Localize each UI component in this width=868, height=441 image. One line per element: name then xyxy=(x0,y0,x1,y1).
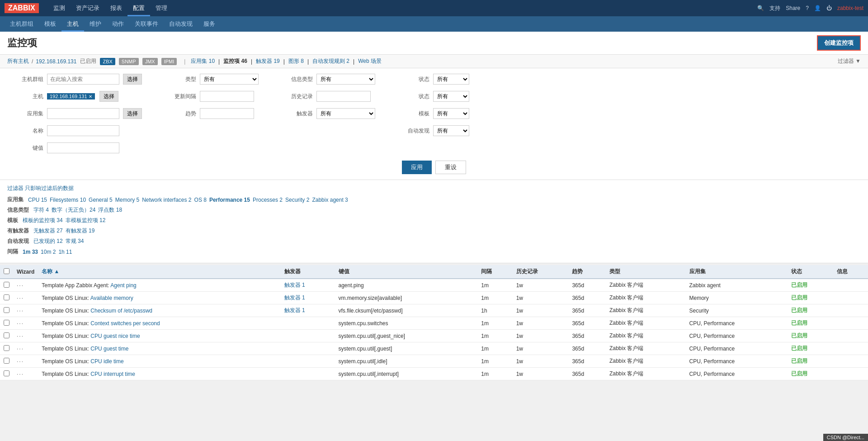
tab-items[interactable]: 监控项 46 xyxy=(223,57,247,65)
reset-button[interactable]: 重设 xyxy=(435,161,466,174)
row-checkbox-1[interactable] xyxy=(4,294,9,300)
filter-key-input[interactable] xyxy=(47,142,119,153)
help-icon[interactable]: ? xyxy=(806,5,809,11)
stats-interval-1m[interactable]: 1m 33 xyxy=(23,249,38,255)
nav-hosts[interactable]: 主机 xyxy=(61,16,84,32)
row-trigger-link-1[interactable]: 触发器 1 xyxy=(284,294,305,301)
tag-ipmi[interactable]: IPMI xyxy=(161,58,177,65)
filter-appset-choose[interactable]: 选择 xyxy=(123,108,142,119)
stats-appset-general[interactable]: General 5 xyxy=(89,197,113,203)
stats-discovered[interactable]: 已发现的 12 xyxy=(33,237,63,245)
wizard-dots-0[interactable]: ··· xyxy=(17,282,24,289)
filter-appset-input[interactable] xyxy=(47,108,119,119)
filter-hostgroup-choose[interactable]: 选择 xyxy=(123,74,142,85)
tag-zbx[interactable]: ZBX xyxy=(100,58,115,65)
filter-trigger-select[interactable]: 所有 xyxy=(316,108,375,119)
stats-appset-netif[interactable]: Network interfaces 2 xyxy=(142,197,191,203)
wizard-dots-1[interactable]: ··· xyxy=(17,295,24,301)
stats-interval-10m[interactable]: 10m 2 xyxy=(41,249,56,255)
breadcrumb-host-ip[interactable]: 192.168.169.131 xyxy=(36,58,76,65)
nav-actions[interactable]: 动作 xyxy=(107,16,129,32)
wizard-dots-4[interactable]: ··· xyxy=(17,333,24,339)
create-item-button[interactable]: 创建监控项 xyxy=(817,35,861,51)
row-checkbox-3[interactable] xyxy=(4,320,9,326)
filter-autodiscover-select[interactable]: 所有 xyxy=(433,125,469,136)
row-name-link-5[interactable]: CPU guest time xyxy=(90,346,128,352)
power-icon[interactable]: ⏻ xyxy=(826,5,832,11)
filter-host-choose[interactable]: 选择 xyxy=(99,91,118,102)
search-icon[interactable]: 🔍 xyxy=(757,5,764,11)
select-all-checkbox[interactable] xyxy=(4,268,9,274)
stats-normal[interactable]: 常规 34 xyxy=(66,237,84,245)
wizard-dots-5[interactable]: ··· xyxy=(17,346,24,352)
filter-name-input[interactable] xyxy=(47,125,119,136)
stats-appset-memory[interactable]: Memory 5 xyxy=(115,197,139,203)
filter-status2-select[interactable]: 所有 xyxy=(433,91,469,102)
filter-status1-select[interactable]: 所有 xyxy=(433,74,469,85)
nav-monitor[interactable]: 监测 xyxy=(48,0,71,16)
row-checkbox-4[interactable] xyxy=(4,332,9,338)
tag-snmp[interactable]: SNMP xyxy=(119,58,139,65)
row-checkbox-5[interactable] xyxy=(4,345,9,351)
tab-graphs[interactable]: 图形 8 xyxy=(288,57,304,65)
nav-maintenance[interactable]: 维护 xyxy=(84,16,107,32)
breadcrumb-all-hosts[interactable]: 所有主机 xyxy=(7,57,29,65)
wizard-dots-2[interactable]: ··· xyxy=(17,308,24,314)
nav-event-corr[interactable]: 关联事件 xyxy=(129,16,164,32)
wizard-dots-6[interactable]: ··· xyxy=(17,358,24,365)
nav-report[interactable]: 报表 xyxy=(105,0,127,16)
host-tag-remove[interactable]: ✕ xyxy=(89,94,92,99)
stats-appset-zabbixagent[interactable]: Zabbix agent 3 xyxy=(312,197,348,203)
support-link[interactable]: 支持 xyxy=(769,5,780,12)
filter-type-select[interactable]: 所有 xyxy=(200,74,259,85)
tab-triggers[interactable]: 触发器 19 xyxy=(256,57,280,65)
user-icon[interactable]: 👤 xyxy=(814,5,821,11)
filter-history-input[interactable] xyxy=(316,91,371,102)
row-checkbox-6[interactable] xyxy=(4,358,9,364)
stats-no-trigger[interactable]: 无触发器 27 xyxy=(33,227,63,235)
filter-icon[interactable]: 过滤器 ▼ xyxy=(838,57,861,65)
filter-template-select[interactable]: 所有 xyxy=(433,108,469,119)
nav-config[interactable]: 配置 xyxy=(127,0,150,16)
row-name-link-7[interactable]: CPU interrupt time xyxy=(90,371,135,377)
stats-infotype-char[interactable]: 字符 4 xyxy=(33,206,49,214)
stats-has-trigger[interactable]: 有触发器 19 xyxy=(66,227,95,235)
row-name-link-1[interactable]: Available memory xyxy=(90,295,133,301)
stats-appset-perf[interactable]: Performance 15 xyxy=(209,197,250,203)
stats-infotype-float[interactable]: 浮点数 18 xyxy=(98,206,122,214)
filter-infotype-select[interactable]: 所有 xyxy=(316,74,375,85)
row-trigger-link-0[interactable]: 触发器 1 xyxy=(284,282,305,288)
tag-jmx[interactable]: JMX xyxy=(142,58,158,65)
nav-services[interactable]: 服务 xyxy=(198,16,221,32)
row-name-link-4[interactable]: CPU guest nice time xyxy=(90,333,140,339)
stats-appset-cpu[interactable]: CPU 15 xyxy=(28,197,47,203)
row-checkbox-0[interactable] xyxy=(4,282,9,288)
stats-appset-sec[interactable]: Security 2 xyxy=(285,197,309,203)
row-name-link-0[interactable]: Agent ping xyxy=(110,282,136,289)
filter-trend-input[interactable] xyxy=(200,108,254,119)
tab-web-scenarios[interactable]: Web 场景 xyxy=(358,57,382,65)
stats-appset-proc[interactable]: Processes 2 xyxy=(253,197,283,203)
row-checkbox-2[interactable] xyxy=(4,307,9,313)
stats-nontemplate-items[interactable]: 非模板监控项 12 xyxy=(66,217,106,224)
row-name-link-2[interactable]: Checksum of /etc/passwd xyxy=(90,308,152,314)
stats-appset-os[interactable]: OS 8 xyxy=(194,197,207,203)
nav-hostgroups[interactable]: 主机群组 xyxy=(5,16,39,32)
row-name-link-6[interactable]: CPU idle time xyxy=(90,358,123,365)
row-checkbox-7[interactable] xyxy=(4,370,9,376)
stats-interval-1h[interactable]: 1h 11 xyxy=(58,249,72,255)
share-link[interactable]: Share xyxy=(786,5,800,11)
tab-appset[interactable]: 应用集 10 xyxy=(191,57,215,65)
row-trigger-link-2[interactable]: 触发器 1 xyxy=(284,307,305,313)
nav-templates[interactable]: 模板 xyxy=(39,16,61,32)
filter-note[interactable]: 过滤器 只影响过滤后的数据 xyxy=(7,185,861,192)
nav-assets[interactable]: 资产记录 xyxy=(71,0,105,16)
apply-button[interactable]: 应用 xyxy=(402,161,432,174)
stats-appset-filesystems[interactable]: Filesystems 10 xyxy=(50,197,86,203)
nav-autodiscovery[interactable]: 自动发现 xyxy=(164,16,198,32)
tab-discovery-rules[interactable]: 自动发现规则 2 xyxy=(312,57,349,65)
row-name-link-3[interactable]: Context switches per second xyxy=(90,320,160,327)
th-name[interactable]: 名称 ▲ xyxy=(38,265,280,279)
wizard-dots-7[interactable]: ··· xyxy=(17,371,24,377)
wizard-dots-3[interactable]: ··· xyxy=(17,320,24,327)
